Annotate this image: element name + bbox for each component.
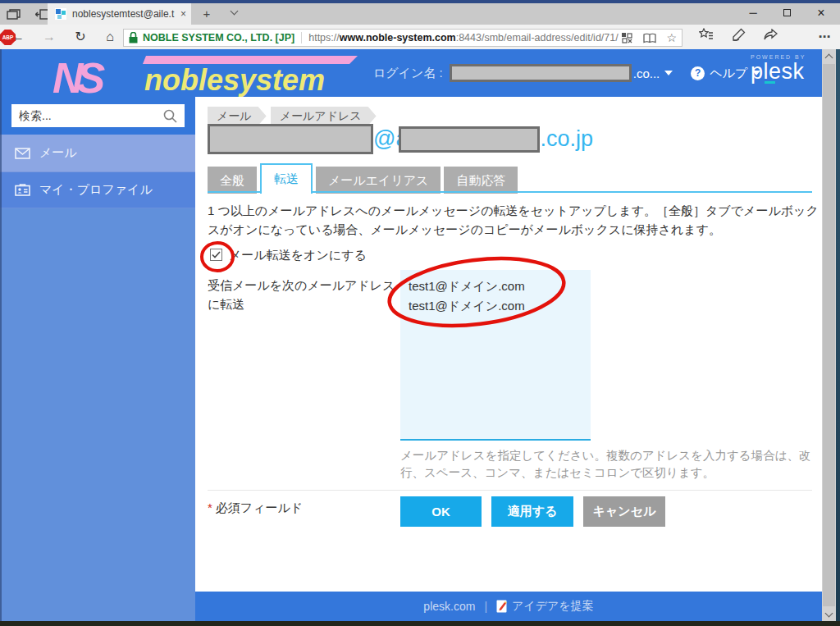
tab-preview-icon[interactable] (7, 9, 21, 20)
help-question-icon: ? (691, 66, 705, 80)
logo-wordmark: noblesystem (144, 63, 325, 97)
forwarding-description: 1 つ以上のメールアドレスへのメールメッセージの転送をセットアップします。［全般… (208, 201, 821, 240)
breadcrumb-item-mail[interactable]: メール (208, 107, 267, 126)
scroll-down-icon[interactable] (825, 610, 833, 618)
required-asterisk: * (208, 500, 212, 514)
tab-forwarding[interactable]: 転送 (260, 163, 313, 194)
tab-title: noblesystemtest@aile.t (72, 8, 180, 20)
login-name-redacted (450, 64, 632, 82)
add-favorite-star-icon[interactable]: ☆ (666, 32, 677, 43)
reading-view-icon[interactable] (643, 33, 656, 43)
plesk-wordmark: plesk (751, 60, 816, 83)
forwarding-on-checkbox[interactable] (210, 249, 222, 261)
checkmark-icon (212, 251, 221, 258)
form-divider (208, 490, 812, 491)
title-suffix: .co.jp (540, 126, 593, 152)
browser-window: noblesystemtest@aile.t × + ─ × ← → ↻ ⌂ N… (0, 0, 840, 626)
extension-icon[interactable] (621, 32, 633, 43)
sidebar: メール マイ・プロファイル (0, 97, 195, 621)
email-local-part-redacted (208, 124, 373, 154)
email-domain-redacted (399, 126, 540, 153)
site-favicon-icon (55, 8, 66, 20)
suggest-idea-label: アイデアを提案 (512, 599, 594, 614)
favorites-hub-icon[interactable] (696, 28, 717, 46)
breadcrumb-item-mail-address[interactable]: メールアドレス (271, 107, 377, 126)
apply-button[interactable]: 適用する (491, 496, 573, 527)
refresh-button[interactable]: ↻ (71, 28, 90, 46)
web-notes-pen-icon[interactable] (728, 28, 750, 46)
required-fields-note: *必須フィールド (208, 500, 303, 516)
main-content: メール メールアドレス @a .co.jp 全般 転送 メールエイリアス 自動応… (195, 97, 822, 621)
window-left-border (0, 49, 2, 621)
profile-card-icon (15, 184, 30, 196)
tab-auto-reply[interactable]: 自動応答 (444, 167, 518, 194)
forward-button[interactable]: → (39, 28, 59, 46)
search-icon[interactable] (163, 109, 177, 123)
login-name-suffix: .co... (633, 66, 660, 80)
page-footer: plesk.com | アイデアを提案 (195, 592, 822, 621)
sidebar-search-zone (0, 97, 195, 135)
sidebar-item-my-profile[interactable]: マイ・プロファイル (0, 172, 195, 208)
forwarding-checkbox-label[interactable]: メール転送をオンにする (229, 248, 367, 263)
close-window-button[interactable]: × (810, 5, 832, 21)
new-tab-button[interactable]: + (197, 5, 217, 23)
page-url: https://www.noble-system.com:8443/smb/em… (308, 32, 619, 43)
minimize-button[interactable]: ─ (742, 5, 764, 21)
logo-monogram: NS (52, 54, 106, 97)
maximize-button[interactable] (776, 5, 797, 21)
home-button[interactable]: ⌂ (100, 28, 120, 46)
plesk-com-link[interactable]: plesk.com (423, 600, 475, 613)
more-options-icon[interactable]: ⋯ (814, 28, 835, 46)
page-title: @a .co.jp (208, 124, 593, 154)
suggest-idea-link[interactable]: アイデアを提案 (496, 599, 594, 614)
powered-by-plesk-logo[interactable]: POWERED BY plesk (751, 54, 816, 84)
login-name-label: ログイン名 : (373, 66, 443, 81)
sidebar-item-mail[interactable]: メール (0, 135, 195, 172)
tab-strip: 全般 転送 メールエイリアス 自動応答 (208, 163, 518, 194)
address-bar[interactable]: NOBLE SYSTEM CO., LTD. [JP] https://www.… (123, 29, 682, 47)
certificate-name[interactable]: NOBLE SYSTEM CO., LTD. [JP] (143, 32, 294, 43)
scroll-up-icon[interactable] (825, 54, 833, 62)
address-separator (301, 32, 302, 43)
mail-icon (15, 148, 30, 159)
https-lock-icon (129, 32, 138, 43)
header-account-area: ログイン名 : .co... ? ヘルプ (373, 49, 760, 97)
scrollbar-thumb[interactable] (823, 64, 835, 606)
share-icon[interactable] (760, 28, 781, 46)
page-scrollbar[interactable] (822, 49, 836, 621)
tab-close-icon[interactable]: × (180, 8, 186, 20)
noblesystem-logo: NS noblesystem (39, 53, 368, 97)
breadcrumb: メール メールアドレス (208, 107, 377, 126)
sidebar-item-label: マイ・プロファイル (39, 182, 153, 198)
forward-addresses-label: 受信メールを次のメールアドレスに転送 (208, 276, 401, 314)
desktop-right-edge (836, 49, 840, 621)
idea-note-icon (496, 600, 507, 613)
search-input[interactable] (11, 104, 185, 127)
browser-tab[interactable]: noblesystemtest@aile.t × (48, 3, 191, 25)
ok-button[interactable]: OK (400, 496, 482, 527)
login-dropdown-caret-icon[interactable] (664, 71, 673, 75)
footer-separator: | (484, 600, 487, 613)
desktop-bottom-edge (0, 621, 840, 626)
tab-general[interactable]: 全般 (208, 167, 257, 194)
forward-addresses-help: メールアドレスを指定してください。複数のアドレスを入力する場合は、改行、スペース… (400, 447, 816, 482)
tab-mail-aliases[interactable]: メールエイリアス (316, 167, 441, 194)
cancel-button[interactable]: キャンセル (583, 496, 665, 527)
help-label: ヘルプ (710, 66, 747, 81)
forward-addresses-textarea[interactable]: test1@ドメイン.com test1@ドメイン.com (400, 270, 591, 441)
sidebar-item-label: メール (39, 145, 77, 161)
